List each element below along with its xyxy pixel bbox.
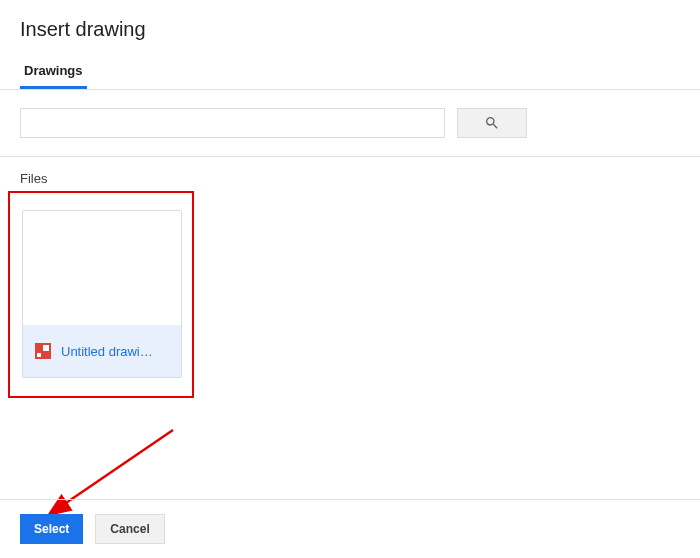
file-name: Untitled drawi…	[61, 344, 153, 359]
search-icon	[484, 115, 500, 131]
file-card[interactable]: Untitled drawi…	[22, 210, 182, 378]
files-label: Files	[20, 171, 680, 186]
cancel-button[interactable]: Cancel	[95, 514, 164, 544]
search-button[interactable]	[457, 108, 527, 138]
dialog-title: Insert drawing	[0, 0, 700, 53]
tabs-bar: Drawings	[0, 53, 700, 90]
tab-drawings[interactable]: Drawings	[20, 53, 87, 89]
content-area: Files Untitled drawi…	[0, 157, 700, 392]
search-row	[0, 90, 700, 156]
svg-line-1	[63, 430, 173, 505]
file-footer: Untitled drawi…	[23, 325, 181, 377]
file-preview	[23, 211, 181, 325]
google-drawings-icon	[35, 343, 51, 359]
select-button[interactable]: Select	[20, 514, 83, 544]
search-input[interactable]	[20, 108, 445, 138]
dialog-footer: Select Cancel	[0, 499, 700, 558]
